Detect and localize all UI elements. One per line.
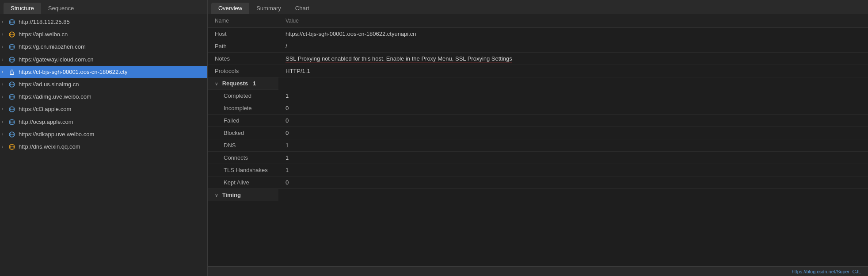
host-url: https://sdkapp.uve.weibo.com — [19, 130, 94, 138]
row-value: 1 — [278, 152, 868, 164]
footer-link[interactable]: https://blog.csdn.net/Super_CJL — [792, 269, 861, 274]
globe-icon — [8, 56, 16, 64]
list-item[interactable]: › https://g.cn.miaozhen.com — [0, 41, 207, 53]
globe-icon — [8, 18, 16, 26]
list-item[interactable]: › https://api.weibo.cn — [0, 28, 207, 41]
tab-summary[interactable]: Summary — [249, 3, 288, 14]
row-value: 1 — [278, 139, 868, 152]
row-name: Blocked — [208, 127, 278, 139]
row-name: TLS Handshakes — [208, 164, 278, 176]
host-url: https://ad.us.sinaimg.cn — [19, 80, 79, 88]
table-row: Incomplete 0 — [208, 102, 868, 115]
chevron-icon: › — [2, 57, 8, 63]
chevron-icon: › — [2, 106, 8, 112]
list-item[interactable]: › http://dns.weixin.qq.com — [0, 141, 207, 153]
svg-point-13 — [11, 73, 12, 73]
host-url: https://api.weibo.cn — [19, 31, 68, 38]
list-item[interactable]: › https://cl3.apple.com — [0, 103, 207, 115]
row-value: / — [278, 40, 868, 53]
overview-content: Name Value Host https://ct-bjs-sgh-00001… — [208, 14, 868, 266]
left-tab-bar: Structure Sequence — [0, 0, 207, 14]
row-value: https://ct-bjs-sgh-00001.oos-cn-180622.c… — [278, 28, 868, 40]
row-value: 1 — [278, 90, 868, 102]
row-name: Kept Alive — [208, 176, 278, 189]
table-row: Blocked 0 — [208, 127, 868, 139]
table-row: Failed 0 — [208, 115, 868, 127]
globe-icon — [8, 118, 16, 126]
row-value: 0 — [278, 102, 868, 115]
col-name-header: Name — [208, 14, 278, 28]
main-container: Structure Sequence › http://118.112.25.8… — [0, 0, 868, 276]
section-header-requests[interactable]: ∨ Requests 1 — [208, 77, 278, 90]
host-url: http://ocsp.apple.com — [19, 118, 73, 126]
section-header-cell: ∨ Requests 1 — [208, 77, 278, 90]
lock-icon — [8, 68, 16, 76]
table-row: Kept Alive 0 — [208, 176, 868, 189]
section-header-timing[interactable]: ∨ Timing — [208, 189, 278, 201]
row-name: Host — [208, 28, 278, 40]
table-row-notes: Notes SSL Proxying not enabled for this … — [208, 53, 868, 65]
chevron-down-icon: ∨ — [215, 193, 218, 198]
globe-icon — [8, 105, 16, 113]
list-item[interactable]: › http://118.112.25.85 — [0, 16, 207, 28]
notes-text: SSL Proxying not enabled for this host. … — [286, 55, 512, 62]
row-value: HTTP/1.1 — [278, 65, 868, 77]
row-value: 0 — [278, 176, 868, 189]
col-value-header: Value — [278, 14, 868, 28]
tab-sequence[interactable]: Sequence — [41, 3, 81, 14]
section-label: Timing — [222, 192, 241, 198]
row-name: Notes — [208, 53, 278, 65]
host-url: https://ct-bjs-sgh-00001.oos-cn-180622.c… — [19, 68, 127, 76]
host-url: http://dns.weixin.qq.com — [19, 143, 80, 151]
chevron-icon: › — [2, 19, 8, 25]
table-row: Path / — [208, 40, 868, 53]
chevron-icon: › — [2, 69, 8, 75]
list-item[interactable]: › https://ad.us.sinaimg.cn — [0, 78, 207, 91]
tab-overview[interactable]: Overview — [211, 3, 249, 14]
table-row: Protocols HTTP/1.1 — [208, 65, 868, 77]
host-url: https://adimg.uve.weibo.com — [19, 93, 91, 101]
globe-icon — [8, 130, 16, 138]
section-label: Requests — [222, 80, 248, 87]
right-panel: Overview Summary Chart Name Value Host h… — [208, 0, 868, 276]
row-value-notes: SSL Proxying not enabled for this host. … — [278, 53, 868, 65]
list-item[interactable]: › https://sdkapp.uve.weibo.com — [0, 128, 207, 141]
row-value: 0 — [278, 127, 868, 139]
table-row: Completed 1 — [208, 90, 868, 102]
chevron-icon: › — [2, 144, 8, 150]
host-list: › http://118.112.25.85 › — [0, 14, 207, 276]
row-name: Path — [208, 40, 278, 53]
globe-icon — [8, 43, 16, 51]
table-row: DNS 1 — [208, 139, 868, 152]
host-url: http://118.112.25.85 — [19, 18, 70, 26]
footer-bar: https://blog.csdn.net/Super_CJL — [208, 266, 868, 276]
right-tab-bar: Overview Summary Chart — [208, 0, 868, 14]
list-item[interactable]: › https://gateway.icloud.com.cn — [0, 54, 207, 66]
section-header-cell: ∨ Timing — [208, 189, 278, 201]
row-name: Completed — [208, 90, 278, 102]
globe-orange-icon — [8, 143, 16, 151]
tab-structure[interactable]: Structure — [4, 3, 41, 14]
overview-table: Name Value Host https://ct-bjs-sgh-00001… — [208, 14, 868, 201]
row-name: Protocols — [208, 65, 278, 77]
globe-icon — [8, 93, 16, 101]
globe-icon — [8, 80, 16, 88]
table-row: Connects 1 — [208, 152, 868, 164]
table-row: Host https://ct-bjs-sgh-00001.oos-cn-180… — [208, 28, 868, 40]
list-item[interactable]: › http://ocsp.apple.com — [0, 116, 207, 128]
chevron-icon: › — [2, 81, 8, 88]
row-name: Incomplete — [208, 102, 278, 115]
table-row: TLS Handshakes 1 — [208, 164, 868, 176]
host-url: https://cl3.apple.com — [19, 105, 71, 113]
row-name: Connects — [208, 152, 278, 164]
chevron-icon: › — [2, 131, 8, 138]
tab-chart[interactable]: Chart — [288, 3, 316, 14]
chevron-down-icon: ∨ — [215, 81, 218, 86]
left-panel: Structure Sequence › http://118.112.25.8… — [0, 0, 208, 276]
row-value: 1 — [278, 164, 868, 176]
row-name: DNS — [208, 139, 278, 152]
list-item-selected[interactable]: › https://ct-bjs-sgh-00001.oos-cn-180622… — [0, 66, 207, 78]
list-item[interactable]: › https://adimg.uve.weibo.com — [0, 91, 207, 103]
globe-orange-icon — [8, 31, 16, 38]
host-url: https://gateway.icloud.com.cn — [19, 56, 94, 64]
